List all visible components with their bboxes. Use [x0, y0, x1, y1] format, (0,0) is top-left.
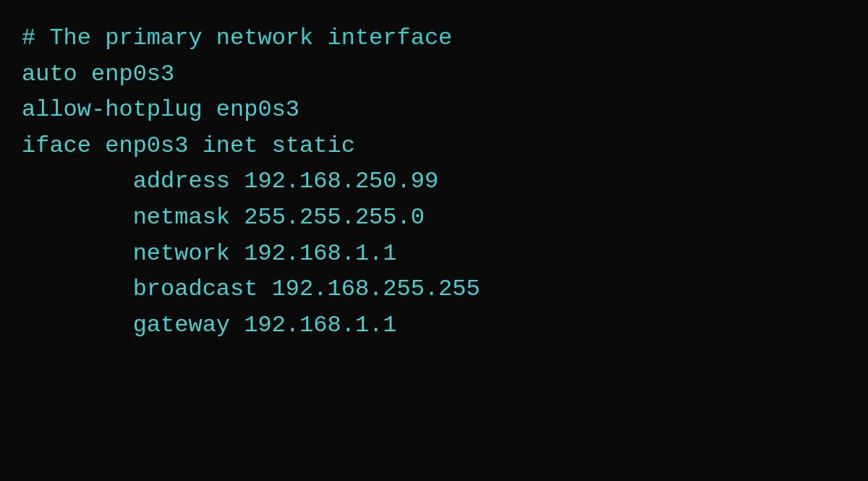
- comment-line: # The primary network interface: [22, 20, 846, 56]
- gateway-line: gateway 192.168.1.1: [22, 307, 846, 344]
- iface-line: iface enp0s3 inet static: [22, 128, 846, 164]
- broadcast-line: broadcast 192.168.255.255: [22, 271, 846, 307]
- netmask-line: netmask 255.255.255.0: [22, 200, 846, 236]
- network-line: network 192.168.1.1: [22, 236, 846, 272]
- auto-line: auto enp0s3: [22, 56, 846, 93]
- terminal-window: # The primary network interface auto enp…: [0, 0, 868, 481]
- allow-hotplug-line: allow-hotplug enp0s3: [22, 92, 846, 128]
- address-line: address 192.168.250.99: [22, 163, 846, 200]
